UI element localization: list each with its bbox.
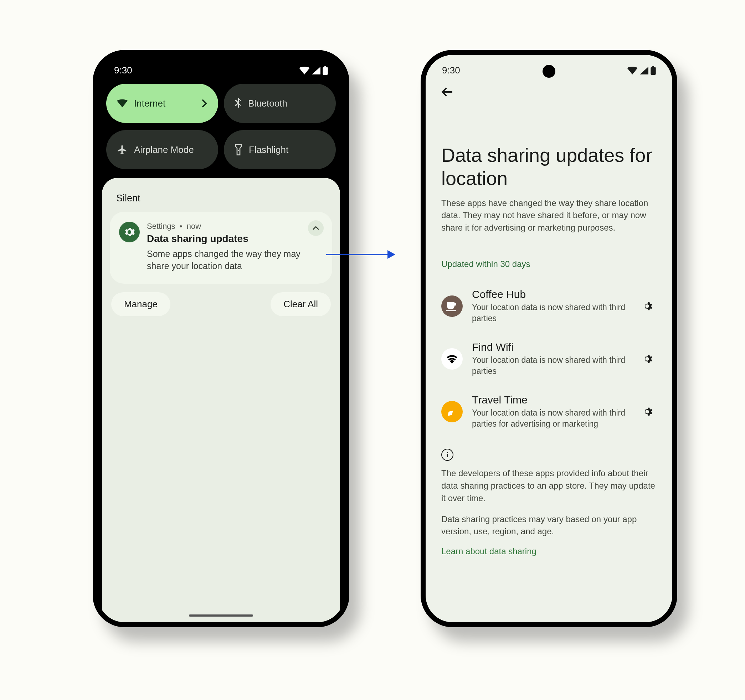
gear-icon xyxy=(643,300,655,312)
qs-label: Internet xyxy=(134,98,165,109)
qs-label: Bluetooth xyxy=(248,98,287,109)
qs-flashlight[interactable]: Flashlight xyxy=(224,130,336,169)
app-desc: Your location data is now shared with th… xyxy=(472,302,632,324)
notification-app-name: Settings xyxy=(147,222,175,230)
info-block: i The developers of these apps provided … xyxy=(441,449,657,556)
airplane-icon xyxy=(117,144,128,155)
app-row-find-wifi[interactable]: Find Wifi Your location data is now shar… xyxy=(441,332,657,385)
bluetooth-icon xyxy=(235,98,242,109)
clear-all-button[interactable]: Clear All xyxy=(271,292,331,316)
status-icons xyxy=(627,66,656,75)
page-title: Data sharing updates for location xyxy=(441,144,657,190)
learn-link[interactable]: Learn about data sharing xyxy=(441,546,657,556)
battery-icon xyxy=(323,66,328,75)
back-button[interactable] xyxy=(438,83,456,101)
app-settings-button[interactable] xyxy=(641,298,657,314)
qs-airplane[interactable]: Airplane Mode xyxy=(106,130,218,169)
notification-panel: Silent Settings • now Data sharing updat… xyxy=(102,178,340,622)
signal-icon xyxy=(312,67,320,75)
info-icon: i xyxy=(441,449,453,461)
app-name: Travel Time xyxy=(472,394,632,406)
clock: 9:30 xyxy=(442,65,460,76)
home-indicator[interactable] xyxy=(189,615,253,616)
camera-punch-hole xyxy=(543,65,555,78)
arrow-left-icon xyxy=(441,87,453,97)
signal-icon xyxy=(640,67,648,75)
chevron-right-icon xyxy=(201,99,208,108)
qs-label: Airplane Mode xyxy=(134,144,194,156)
status-bar: 9:30 xyxy=(98,55,344,80)
info-text: Data sharing practices may vary based on… xyxy=(441,513,657,538)
notification-time: now xyxy=(187,222,201,230)
app-row-travel-time[interactable]: Travel Time Your location data is now sh… xyxy=(441,385,657,438)
wifi-icon xyxy=(299,67,310,75)
clock: 9:30 xyxy=(114,65,132,76)
travel-app-icon xyxy=(441,401,463,422)
app-row-coffee-hub[interactable]: Coffee Hub Your location data is now sha… xyxy=(441,280,657,332)
gear-icon xyxy=(643,353,655,365)
settings-app-icon xyxy=(119,222,140,242)
qs-label: Flashlight xyxy=(249,144,289,156)
silent-section-label: Silent xyxy=(110,193,332,212)
app-settings-button[interactable] xyxy=(641,351,657,367)
notification-card[interactable]: Settings • now Data sharing updates Some… xyxy=(110,212,332,284)
qs-internet[interactable]: Internet xyxy=(106,84,218,123)
gear-icon xyxy=(643,405,655,418)
info-text: The developers of these apps provided in… xyxy=(441,467,657,504)
phone-notification-shade: 9:30 Internet Bluetooth xyxy=(93,50,349,627)
qs-bluetooth[interactable]: Bluetooth xyxy=(224,84,336,123)
gear-icon xyxy=(124,226,135,238)
coffee-icon xyxy=(441,295,463,317)
flow-arrow xyxy=(326,254,395,255)
section-label: Updated within 30 days xyxy=(441,259,657,269)
page-subtitle: These apps have changed the way they sha… xyxy=(441,197,657,234)
flashlight-icon xyxy=(235,144,242,156)
app-name: Coffee Hub xyxy=(472,288,632,301)
chevron-up-icon xyxy=(312,226,319,230)
notification-text: Some apps changed the way they may share… xyxy=(147,248,323,272)
app-desc: Your location data is now shared with th… xyxy=(472,354,632,377)
app-desc: Your location data is now shared with th… xyxy=(472,407,632,429)
svg-point-0 xyxy=(128,230,131,233)
wifi-icon xyxy=(627,67,638,75)
manage-button[interactable]: Manage xyxy=(111,292,171,316)
app-settings-button[interactable] xyxy=(641,404,657,419)
collapse-button[interactable] xyxy=(308,220,324,236)
wifi-app-icon xyxy=(441,348,463,369)
app-name: Find Wifi xyxy=(472,341,632,353)
wifi-icon xyxy=(117,99,128,108)
battery-icon xyxy=(651,66,656,75)
phone-settings-page: 9:30 Data sharing updates for location T… xyxy=(420,50,677,627)
status-icons xyxy=(299,66,328,75)
notification-title: Data sharing updates xyxy=(147,233,323,244)
